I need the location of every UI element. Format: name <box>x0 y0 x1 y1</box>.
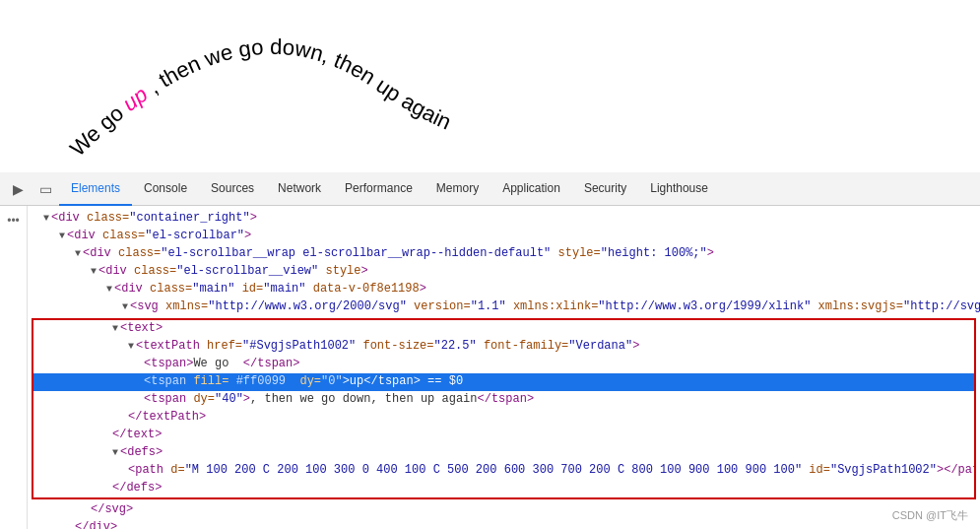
devtools-panel: ▶ ▭ Elements Console Sources Network Per… <box>0 172 980 529</box>
expand-arrow[interactable]: ▼ <box>128 339 134 355</box>
dom-line: <path d="M 100 200 C 200 100 300 0 400 1… <box>33 462 974 480</box>
dom-line: </div> <box>28 519 980 529</box>
tab-lighthouse[interactable]: Lighthouse <box>638 172 720 206</box>
expand-arrow[interactable]: ▼ <box>122 299 128 315</box>
devtools-tabbar: ▶ ▭ Elements Console Sources Network Per… <box>0 172 980 206</box>
dom-line: </defs> <box>33 480 974 497</box>
ellipsis-icon[interactable]: ••• <box>5 212 23 230</box>
dom-line: <tspan dy="40" > , then we go down, then… <box>33 391 974 409</box>
side-gutter: ••• <box>0 206 28 529</box>
dom-line: ▼ <svg xmlns="http://www.w3.org/2000/svg… <box>28 298 980 316</box>
expand-arrow[interactable]: ▼ <box>75 246 81 262</box>
selected-dom-line[interactable]: <tspan fill= #ff0099 dy= "0" >up</tspan>… <box>33 373 974 391</box>
dom-line: ▼ <defs> <box>33 444 974 462</box>
dom-line: ▼ <div class="el-scrollbar__view" style … <box>28 263 980 281</box>
svg-text:We go up , then we go down, th: We go up , then we go down, then up agai… <box>65 34 455 162</box>
expand-arrow[interactable]: ▼ <box>43 211 49 227</box>
tab-memory[interactable]: Memory <box>425 172 490 206</box>
tab-console[interactable]: Console <box>132 172 199 206</box>
devtools-content: ••• ▼ <div class="container_right" > ▼ <… <box>0 206 980 529</box>
tab-network[interactable]: Network <box>266 172 333 206</box>
tab-performance[interactable]: Performance <box>333 172 425 206</box>
expand-arrow[interactable]: ▼ <box>91 264 97 280</box>
tab-application[interactable]: Application <box>490 172 572 206</box>
cursor-icon[interactable]: ▶ <box>4 175 32 203</box>
device-icon[interactable]: ▭ <box>32 175 59 203</box>
expand-arrow[interactable]: ▼ <box>112 321 118 337</box>
dom-line: ▼ <text> <box>33 320 974 338</box>
dom-line: ▼ <div class="el-scrollbar" > <box>28 228 980 245</box>
expand-arrow[interactable]: ▼ <box>106 282 112 298</box>
dom-line: ▼ <div class="el-scrollbar__wrap el-scro… <box>28 245 980 263</box>
expand-arrow[interactable]: ▼ <box>112 445 118 461</box>
dom-line: </textPath> <box>33 409 974 427</box>
dom-line: ▼ <div class="container_right" > <box>28 210 980 228</box>
highlighted-section: ▼ <text> ▼ <textPath href="#SvgjsPath100… <box>32 318 976 499</box>
expand-arrow[interactable]: ▼ <box>59 229 65 244</box>
tab-sources[interactable]: Sources <box>199 172 266 206</box>
tab-security[interactable]: Security <box>572 172 638 206</box>
dom-line: ▼ <div class="main" id="main" data-v-0f8… <box>28 281 980 298</box>
tab-elements[interactable]: Elements <box>59 172 132 206</box>
dom-panel[interactable]: ▼ <div class="container_right" > ▼ <div … <box>28 206 980 529</box>
preview-area: We go up , then we go down, then up agai… <box>0 0 980 172</box>
dom-line: ▼ <textPath href="#SvgjsPath1002" font-s… <box>33 338 974 356</box>
dom-line: </svg> <box>28 501 980 519</box>
dom-line: <tspan>We go </tspan> <box>33 356 974 373</box>
dom-line: </text> <box>33 427 974 444</box>
watermark: CSDN @IT飞牛 <box>892 508 968 523</box>
